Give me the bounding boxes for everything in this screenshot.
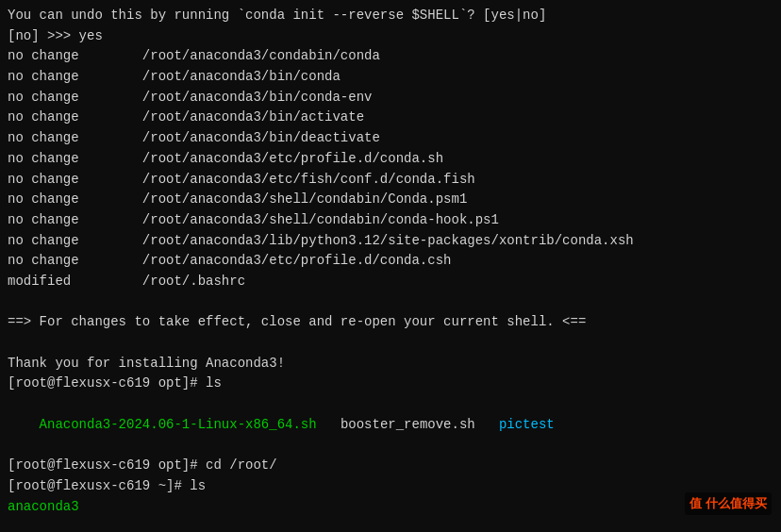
watermark: 值 什么值得买 xyxy=(685,492,772,515)
terminal-line-21: [root@flexusx-c619 opt]# cd /root/ xyxy=(8,456,773,476)
terminal-window: You can undo this by running `conda init… xyxy=(0,0,781,532)
terminal-line-18: Thank you for installing Anaconda3! xyxy=(8,354,773,374)
terminal-line-16: ==> For changes to take effect, close an… xyxy=(8,312,773,333)
terminal-line-8: no change /root/anaconda3/etc/profile.d/… xyxy=(8,149,773,170)
terminal-line-11: no change /root/anaconda3/shell/condabin… xyxy=(8,210,773,231)
terminal-line-9: no change /root/anaconda3/etc/fish/conf.… xyxy=(8,170,773,191)
terminal-line-5: no change /root/anaconda3/bin/conda-env xyxy=(8,88,773,108)
terminal-line-19: [root@flexusx-c619 opt]# ls xyxy=(8,374,773,394)
terminal-line-17 xyxy=(8,333,773,354)
terminal-line-24[interactable]: [root@flexusx-c619 ~]# xyxy=(8,517,773,532)
terminal-pictest-file: pictest xyxy=(475,417,555,432)
terminal-line-12: no change /root/anaconda3/lib/python3.12… xyxy=(8,231,773,252)
terminal-booster-file: booster_remove.sh xyxy=(317,417,475,432)
terminal-line-7: no change /root/anaconda3/bin/deactivate xyxy=(8,128,773,149)
terminal-line-3: no change /root/anaconda3/condabin/conda xyxy=(8,46,773,67)
terminal-line-14: modified /root/.bashrc xyxy=(8,272,773,292)
terminal-line-22: [root@flexusx-c619 ~]# ls xyxy=(8,476,773,497)
terminal-line-2: [no] >>> yes xyxy=(8,26,773,47)
terminal-line-4: no change /root/anaconda3/bin/conda xyxy=(8,67,773,88)
terminal-line-23: anaconda3 xyxy=(8,497,773,518)
terminal-line-13: no change /root/anaconda3/etc/profile.d/… xyxy=(8,251,773,272)
terminal-line-1: You can undo this by running `conda init… xyxy=(8,6,773,26)
terminal-line-10: no change /root/anaconda3/shell/condabin… xyxy=(8,190,773,210)
terminal-line-15 xyxy=(8,292,773,313)
terminal-line-20: Anaconda3-2024.06-1-Linux-x86_64.sh boos… xyxy=(8,394,773,456)
terminal-anaconda-file: Anaconda3-2024.06-1-Linux-x86_64.sh xyxy=(40,417,317,432)
terminal-line-6: no change /root/anaconda3/bin/activate xyxy=(8,108,773,128)
